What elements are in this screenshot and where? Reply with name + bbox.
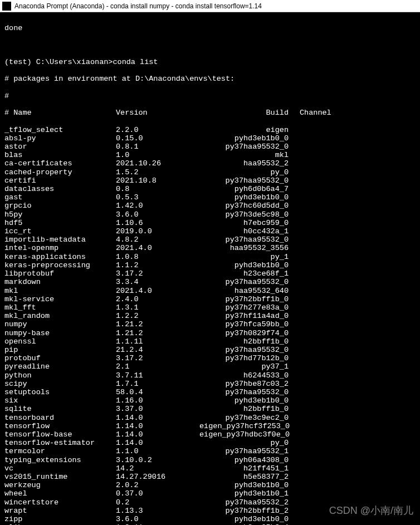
package-build: py37hf11a4ad_0 xyxy=(199,312,289,320)
package-name: werkzeug xyxy=(4,481,116,489)
package-row: vs2015_runtime14.27.29016h5e58377_2 xyxy=(4,473,416,481)
package-channel xyxy=(289,380,300,388)
package-name: openssl xyxy=(4,337,116,346)
package-row: pyreadline2.1py37_1 xyxy=(4,362,416,371)
package-build: py37haa95532_0 xyxy=(199,176,289,185)
package-name: zipp xyxy=(4,515,116,523)
package-name: mkl-service xyxy=(4,295,116,303)
package-version: 3.6.0 xyxy=(116,210,199,219)
package-build: haa95532_2 xyxy=(199,159,289,168)
package-name: grpcio xyxy=(4,202,116,210)
package-channel xyxy=(289,235,300,244)
package-row: astor0.8.1py37haa95532_0 xyxy=(4,143,416,151)
package-build: pyhd3eb1b0_0 xyxy=(199,134,289,143)
package-version: 1.14.0 xyxy=(116,422,199,430)
window-title: Anaconda Prompt (Anaconda) - conda insta… xyxy=(14,2,262,10)
package-row: setuptools58.0.4py37haa95532_0 xyxy=(4,388,416,396)
package-row: mkl2021.4.0haa95532_640 xyxy=(4,287,416,295)
package-version: 21.2.4 xyxy=(116,346,199,354)
package-version: 1.0.8 xyxy=(116,253,199,261)
package-channel xyxy=(289,210,300,219)
package-row: intel-openmp2021.4.0haa95532_3556 xyxy=(4,244,416,252)
package-version: 1.13.3 xyxy=(116,507,199,515)
package-version: 2.2.0 xyxy=(116,126,199,134)
terminal-output[interactable]: done (test) C:\Users\xiaonan>conda list … xyxy=(0,12,420,525)
package-channel xyxy=(289,498,300,507)
package-channel xyxy=(289,193,300,202)
package-row: mkl_random1.2.2py37hf11a4ad_0 xyxy=(4,312,416,320)
package-build: pyhd3eb1b0_0 xyxy=(199,396,289,405)
package-row: wheel0.37.0pyhd3eb1b0_1 xyxy=(4,489,416,498)
package-channel xyxy=(289,489,300,498)
package-build: py37h2bbff1b_0 xyxy=(199,295,289,303)
package-channel xyxy=(289,185,300,193)
package-version: 1.1.0 xyxy=(116,447,199,455)
package-build: pyh6d0b6a4_7 xyxy=(199,185,289,193)
package-build: pyhd3eb1b0_0 xyxy=(199,261,289,269)
package-build: h2bbff1b_0 xyxy=(199,337,289,346)
package-name: numpy-base xyxy=(4,329,116,337)
package-channel xyxy=(289,134,300,143)
package-name: h5py xyxy=(4,210,116,219)
package-channel xyxy=(289,151,300,159)
header-build: Build xyxy=(199,109,289,117)
package-row: blas1.0mkl xyxy=(4,151,416,159)
package-version: 1.1.1l xyxy=(116,337,199,346)
package-channel xyxy=(289,422,300,430)
package-channel xyxy=(289,261,300,269)
package-channel xyxy=(289,515,300,523)
package-version: 0.15.0 xyxy=(116,134,199,143)
package-build: mkl xyxy=(199,151,289,159)
package-row: markdown3.3.4py37haa95532_0 xyxy=(4,278,416,286)
package-version: 1.2.2 xyxy=(116,312,199,320)
package-build: eigen_py37hcf3f253_0 xyxy=(199,422,289,430)
package-channel xyxy=(289,295,300,303)
header-version: Version xyxy=(116,109,199,117)
package-version: 1.10.6 xyxy=(116,219,199,227)
package-version: 0.8 xyxy=(116,185,199,193)
package-row: keras-applications1.0.8py_1 xyxy=(4,253,416,261)
package-version: 3.7.11 xyxy=(116,371,199,380)
package-list: _tflow_select2.2.0eigenabsl-py0.15.0pyhd… xyxy=(4,126,416,525)
package-name: keras-preprocessing xyxy=(4,261,116,269)
package-version: 3.3.4 xyxy=(116,278,199,286)
package-channel xyxy=(289,143,300,151)
package-version: 1.16.0 xyxy=(116,396,199,405)
package-name: markdown xyxy=(4,278,116,286)
package-version: 3.37.0 xyxy=(116,405,199,413)
package-channel xyxy=(289,507,300,515)
package-version: 3.10.0.2 xyxy=(116,456,199,464)
package-channel xyxy=(289,227,300,235)
header-channel: Channel xyxy=(289,109,331,117)
package-version: 4.8.2 xyxy=(116,235,199,244)
package-build: py37h0829f74_0 xyxy=(199,329,289,337)
package-channel xyxy=(289,337,300,346)
package-row: hdf51.10.6h7ebc959_0 xyxy=(4,219,416,227)
package-channel xyxy=(289,346,300,354)
package-name: _tflow_select xyxy=(4,126,116,134)
package-build: py37hfca59bb_0 xyxy=(199,320,289,328)
package-row: icc_rt2019.0.0h0cc432a_1 xyxy=(4,227,416,235)
package-name: importlib-metadata xyxy=(4,235,116,244)
package-row: libprotobuf3.17.2h23ce68f_1 xyxy=(4,269,416,278)
package-row: numpy1.21.2py37hfca59bb_0 xyxy=(4,320,416,328)
package-build: py37haa95532_0 xyxy=(199,346,289,354)
package-build: py37haa95532_1 xyxy=(199,447,289,455)
package-channel xyxy=(289,312,300,320)
package-version: 2.4.0 xyxy=(116,295,199,303)
package-version: 1.3.1 xyxy=(116,303,199,312)
package-row: wrapt1.13.3py37h2bbff1b_2 xyxy=(4,507,416,515)
package-build: py37_1 xyxy=(199,362,289,371)
package-name: protobuf xyxy=(4,354,116,362)
package-version: 0.37.0 xyxy=(116,489,199,498)
package-version: 14.27.29016 xyxy=(116,473,199,481)
package-channel xyxy=(289,388,300,396)
package-name: six xyxy=(4,396,116,405)
package-name: intel-openmp xyxy=(4,244,116,252)
package-name: mkl xyxy=(4,287,116,295)
package-version: 1.21.2 xyxy=(116,329,199,337)
package-name: typing_extensions xyxy=(4,456,116,464)
package-name: python xyxy=(4,371,116,380)
package-row: gast0.5.3pyhd3eb1b0_0 xyxy=(4,193,416,202)
package-name: icc_rt xyxy=(4,227,116,235)
